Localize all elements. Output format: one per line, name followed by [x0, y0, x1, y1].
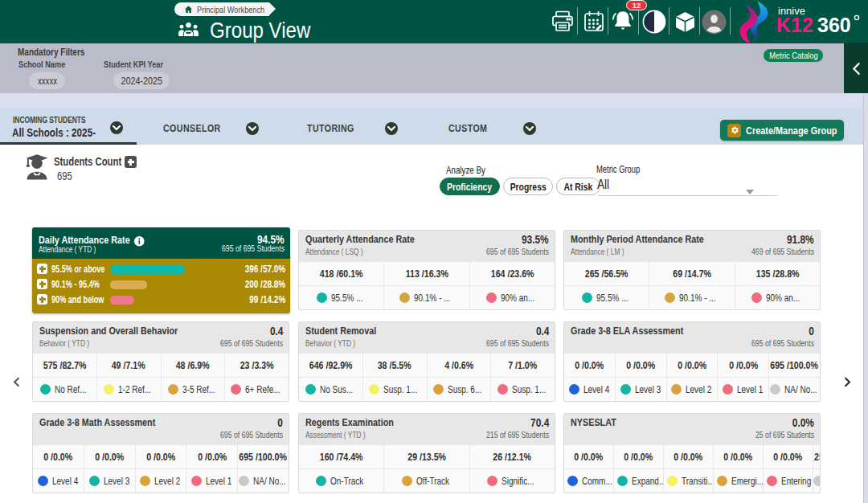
svg-text:360: 360 — [817, 14, 851, 36]
svg-text:K12: K12 — [776, 14, 813, 36]
